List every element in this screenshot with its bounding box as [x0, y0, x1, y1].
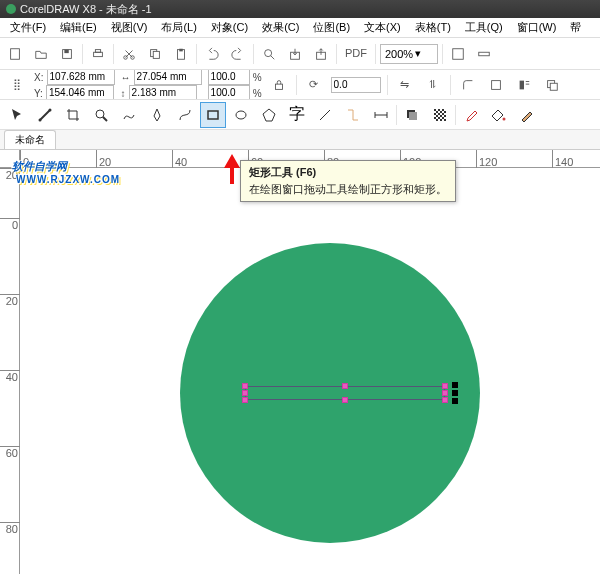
freehand-tool[interactable]: [116, 102, 142, 128]
shape-tool[interactable]: [32, 102, 58, 128]
svg-rect-16: [479, 52, 490, 56]
polygon-tool[interactable]: [256, 102, 282, 128]
rectangle-tool[interactable]: [200, 102, 226, 128]
publish-pdf-button[interactable]: PDF: [341, 43, 371, 65]
mirror-v-button[interactable]: ⥮: [422, 74, 444, 96]
lock-ratio-button[interactable]: [268, 74, 290, 96]
selection-handle[interactable]: [452, 398, 458, 404]
toolbox: 字: [0, 100, 600, 130]
svg-rect-4: [95, 49, 100, 52]
y-label: Y:: [34, 87, 43, 98]
pick-tool[interactable]: [4, 102, 30, 128]
menu-bitmap[interactable]: 位图(B): [307, 19, 356, 36]
document-tab[interactable]: 未命名: [4, 130, 56, 149]
y-input[interactable]: [46, 85, 114, 101]
menu-file[interactable]: 文件(F): [4, 19, 52, 36]
node-handle[interactable]: [442, 397, 448, 403]
chevron-down-icon: ▾: [415, 47, 421, 60]
print-button[interactable]: [87, 43, 109, 65]
x-label: X:: [34, 71, 43, 82]
outline-button[interactable]: [485, 74, 507, 96]
cut-button[interactable]: [118, 43, 140, 65]
outline-pen-tool[interactable]: [514, 102, 540, 128]
svg-rect-19: [519, 80, 523, 89]
mirror-h-button[interactable]: ⇋: [394, 74, 416, 96]
menu-window[interactable]: 窗口(W): [511, 19, 563, 36]
node-handle[interactable]: [442, 383, 448, 389]
menu-view[interactable]: 视图(V): [105, 19, 154, 36]
svg-point-24: [39, 118, 42, 121]
menu-text[interactable]: 文本(X): [358, 19, 407, 36]
ruler-corner[interactable]: [0, 150, 20, 168]
height-input[interactable]: [129, 85, 197, 101]
node-handle[interactable]: [242, 390, 248, 396]
property-bar: ⣿ X: Y: ↔ ↕ % % ⟳ ⇋ ⥮: [0, 70, 600, 100]
menu-object[interactable]: 对象(C): [205, 19, 254, 36]
zoom-tool[interactable]: [88, 102, 114, 128]
standard-toolbar: PDF 200%▾: [0, 38, 600, 70]
dimension-tool[interactable]: [368, 102, 394, 128]
copy-button[interactable]: [144, 43, 166, 65]
svg-rect-28: [208, 111, 218, 119]
menu-layout[interactable]: 布局(L): [155, 19, 202, 36]
zoom-combo[interactable]: 200%▾: [380, 44, 438, 64]
document-tab-bar: 未命名: [0, 130, 600, 150]
menu-tools[interactable]: 工具(Q): [459, 19, 509, 36]
scale-y-input[interactable]: [208, 85, 250, 101]
svg-marker-30: [263, 109, 275, 121]
fill-tool[interactable]: [486, 102, 512, 128]
menu-effects[interactable]: 效果(C): [256, 19, 305, 36]
dropshadow-tool[interactable]: [399, 102, 425, 128]
curve-tool[interactable]: [172, 102, 198, 128]
menu-help[interactable]: 帮: [564, 19, 587, 36]
drawing-page[interactable]: [20, 168, 600, 574]
rotation-input[interactable]: [331, 77, 381, 93]
text-tool[interactable]: 字: [284, 102, 310, 128]
open-button[interactable]: [30, 43, 52, 65]
ellipse-tool[interactable]: [228, 102, 254, 128]
save-button[interactable]: [56, 43, 78, 65]
node-handle[interactable]: [242, 383, 248, 389]
node-handle[interactable]: [442, 390, 448, 396]
svg-point-25: [49, 108, 52, 111]
x-input[interactable]: [47, 70, 115, 85]
order-button[interactable]: [541, 74, 563, 96]
transparency-tool[interactable]: [427, 102, 453, 128]
fullscreen-button[interactable]: [447, 43, 469, 65]
scale-x-input[interactable]: [208, 70, 250, 85]
search-button[interactable]: [258, 43, 280, 65]
corner-button[interactable]: [457, 74, 479, 96]
svg-rect-18: [491, 80, 500, 89]
svg-line-31: [320, 110, 330, 120]
svg-rect-23: [550, 83, 557, 90]
menu-bar: 文件(F) 编辑(E) 视图(V) 布局(L) 对象(C) 效果(C) 位图(B…: [0, 18, 600, 38]
tooltip: 矩形工具 (F6) 在绘图窗口拖动工具绘制正方形和矩形。: [240, 160, 456, 202]
eyedropper-tool[interactable]: [458, 102, 484, 128]
menu-edit[interactable]: 编辑(E): [54, 19, 103, 36]
rulers-button[interactable]: [473, 43, 495, 65]
import-button[interactable]: [284, 43, 306, 65]
crop-tool[interactable]: [60, 102, 86, 128]
undo-button[interactable]: [201, 43, 223, 65]
format-dots-icon[interactable]: ⣿: [6, 74, 28, 96]
svg-rect-15: [453, 48, 464, 59]
vertical-ruler[interactable]: 20 0 20 40 60 80 00: [0, 168, 20, 574]
connector-tool[interactable]: [340, 102, 366, 128]
wrap-button[interactable]: [513, 74, 535, 96]
new-button[interactable]: [4, 43, 26, 65]
export-button[interactable]: [310, 43, 332, 65]
node-handle[interactable]: [342, 383, 348, 389]
line-icon[interactable]: [312, 102, 338, 128]
node-handle[interactable]: [242, 397, 248, 403]
width-input[interactable]: [134, 70, 202, 85]
pen-tool[interactable]: [144, 102, 170, 128]
node-handle[interactable]: [342, 397, 348, 403]
selection-handle[interactable]: [452, 382, 458, 388]
canvas-area: 0 20 40 60 80 100 120 140 20 0 20 40 60 …: [0, 150, 600, 574]
paste-button[interactable]: [170, 43, 192, 65]
rotate-icon: ⟳: [303, 74, 325, 96]
svg-point-40: [503, 117, 506, 120]
menu-table[interactable]: 表格(T): [409, 19, 457, 36]
selection-handle[interactable]: [452, 390, 458, 396]
redo-button[interactable]: [227, 43, 249, 65]
